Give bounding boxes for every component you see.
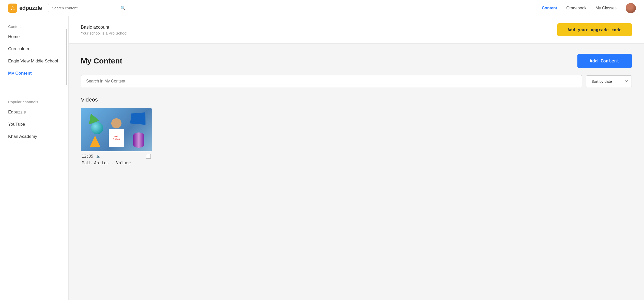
avatar[interactable] (626, 3, 636, 13)
sidebar: Content Home Curriculum Eagle View Middl… (0, 16, 69, 300)
search-sort-row: Sort by date Sort by name (81, 75, 632, 87)
person-figure: mathAntics (108, 118, 125, 151)
video-meta: 12:35 🔈 (81, 154, 152, 159)
nav-content[interactable]: Content (542, 6, 557, 10)
content-section-label: Content (0, 24, 68, 31)
sort-select[interactable]: Sort by date Sort by name (586, 75, 632, 87)
account-type: Basic account (81, 25, 127, 30)
logo-text: edpuzzle (19, 5, 42, 11)
sidebar-item-my-content[interactable]: My Content (0, 67, 68, 79)
global-search-input[interactable] (52, 6, 118, 10)
channels-section-label: Popular channels (0, 100, 68, 106)
sidebar-divider (0, 85, 68, 95)
person-head (111, 118, 121, 128)
sound-icon: 🔈 (96, 154, 101, 158)
search-my-content-input[interactable] (81, 75, 582, 87)
shape-teal-sphere (91, 122, 103, 134)
upgrade-button[interactable]: Add your upgrade code (557, 23, 632, 36)
video-checkbox[interactable] (146, 154, 151, 159)
sidebar-item-curriculum[interactable]: Curriculum (0, 43, 68, 55)
nav-my-classes[interactable]: My Classes (595, 6, 617, 10)
svg-point-2 (11, 7, 14, 10)
video-duration: 12:35 (82, 154, 93, 159)
my-content-title: My Content (81, 57, 122, 65)
global-search-bar[interactable]: 🔍 (48, 4, 129, 12)
top-navigation: edpuzzle 🔍 Content Gradebook My Classes (0, 0, 644, 16)
account-banner: Basic account Your school is a Pro Schoo… (69, 16, 644, 44)
shape-purple-cylinder (133, 132, 144, 148)
avatar-image (626, 3, 636, 13)
videos-label: Videos (81, 96, 632, 103)
sidebar-scrollbar[interactable] (66, 29, 67, 85)
logo-area[interactable]: edpuzzle (8, 4, 42, 13)
nav-gradebook[interactable]: Gradebook (566, 6, 586, 10)
sidebar-item-youtube[interactable]: YouTube (0, 118, 68, 130)
thumbnail-scene: mathAntics (81, 108, 152, 151)
video-thumbnail[interactable]: mathAntics (81, 108, 152, 151)
sidebar-item-khan-academy[interactable]: Khan Academy (0, 130, 68, 143)
videos-section: Videos mathAntics (81, 96, 632, 165)
nav-links: Content Gradebook My Classes (542, 3, 636, 13)
sidebar-item-home[interactable]: Home (0, 31, 68, 43)
shape-blue-box (130, 112, 145, 125)
add-content-button[interactable]: Add Content (577, 54, 632, 68)
person-shirt: mathAntics (109, 129, 124, 147)
content-header: My Content Add Content (81, 54, 632, 68)
video-card: mathAntics 12:35 🔈 Math Antics - Volume (81, 108, 152, 165)
sidebar-item-edpuzzle[interactable]: Edpuzzle (0, 106, 68, 118)
edpuzzle-logo-icon (8, 4, 17, 13)
main-content: Basic account Your school is a Pro Schoo… (69, 16, 644, 300)
sidebar-item-school[interactable]: Eagle View Middle School (0, 55, 68, 67)
main-layout: Content Home Curriculum Eagle View Middl… (0, 16, 644, 300)
shape-yellow-cone (90, 136, 100, 147)
search-icon: 🔍 (120, 6, 126, 10)
video-name: Math Antics - Volume (81, 160, 152, 165)
content-area: My Content Add Content Sort by date Sort… (69, 44, 644, 175)
account-sub: Your school is a Pro School (81, 31, 127, 35)
account-info: Basic account Your school is a Pro Schoo… (81, 25, 127, 35)
